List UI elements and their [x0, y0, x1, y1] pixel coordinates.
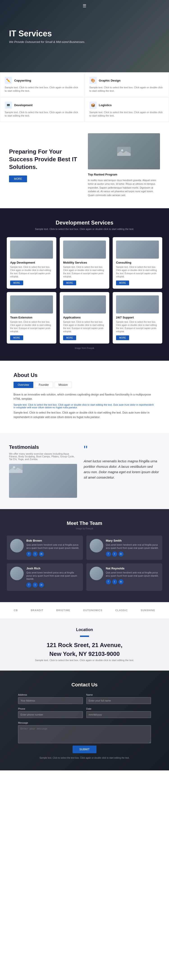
dev-card-4[interactable]: Applications Sample text. Click to selec… [60, 292, 109, 344]
dev-card-more-3[interactable]: MORE [10, 336, 23, 340]
team-info-1: Mary Smith Quis amet lorem hendrerit ant… [106, 539, 159, 557]
success-image [88, 133, 160, 169]
linkedin-icon-1[interactable]: in [118, 552, 123, 557]
team-member-desc-3: Quis amet lorem hendrerit ante erat at f… [106, 571, 159, 578]
address-input[interactable] [18, 697, 83, 704]
dev-services-section: Development Services Sample text. Click … [0, 208, 169, 361]
phone-input[interactable] [18, 711, 83, 718]
service-title: Copywriting [14, 79, 31, 82]
linkedin-icon-3[interactable]: in [118, 579, 123, 584]
service-card-copywriting[interactable]: ✏️ Copywriting Sample text. Click to sel… [0, 73, 85, 97]
dev-card-1[interactable]: Mobility Services Sample text. Click to … [60, 237, 109, 289]
name-label: Name [86, 694, 151, 696]
menu-icon[interactable]: ☰ [83, 3, 86, 8]
twitter-icon-0[interactable]: t [33, 552, 38, 557]
testimonials-subtitle: We offer many weekly exercise classes in… [9, 452, 77, 461]
dev-card-title-3: Team Extension [10, 316, 53, 319]
tab-founder[interactable]: Founder [35, 382, 53, 388]
dev-card-5[interactable]: 24/7 Support Sample text. Click to selec… [113, 292, 162, 344]
dev-card-more-0[interactable]: MORE [10, 280, 23, 285]
linkedin-icon-2[interactable]: in [39, 582, 44, 587]
service-header: 💻 Development [5, 102, 80, 109]
hero-subtitle: We Provide Outsourced for Small & Mid-si… [9, 40, 160, 44]
team-avatar-1 [90, 539, 103, 552]
date-group: Date [86, 707, 151, 718]
facebook-icon-0[interactable]: f [26, 552, 31, 557]
facebook-icon-3[interactable]: f [106, 579, 111, 584]
svg-point-1 [121, 149, 123, 151]
name-group: Name [86, 694, 151, 704]
contact-form: Address Name Phone Date Message SUBMIT [18, 694, 151, 753]
about-section: About Us Overview Founder Mission Brave … [0, 361, 169, 433]
brand-logo-0: CB [14, 609, 18, 612]
testimonials-title: Testimonials [9, 444, 77, 450]
dev-card-more-2[interactable]: MORE [116, 280, 129, 285]
service-card-design[interactable]: 🎨 Graphic Design Sample text. Click to s… [85, 73, 169, 97]
message-input[interactable] [18, 725, 151, 743]
twitter-icon-2[interactable]: t [33, 582, 38, 587]
contact-title: Contact Us [18, 682, 151, 688]
service-header: ✏️ Copywriting [5, 77, 80, 84]
team-member-name-1: Mary Smith [106, 539, 159, 542]
phone-label: Phone [18, 707, 83, 710]
dev-card-text-1: Sample text. Click to select the text bo… [63, 266, 106, 278]
twitter-icon-1[interactable]: t [112, 552, 117, 557]
team-card-2: Josh Rich Quis amet lorem hendrerit puru… [7, 563, 83, 591]
dev-card-text-2: Sample text. Click to select the text bo… [116, 266, 159, 278]
dev-icon: 💻 [5, 102, 12, 109]
hero-content: IT Services We Provide Outsourced for Sm… [9, 29, 160, 44]
dev-card-title-2: Consulting [116, 261, 159, 264]
dev-card-title-1: Mobility Services [63, 261, 106, 264]
location-section: Location 121 Rock Sreet, 21 Avenue, New … [0, 619, 169, 671]
twitter-icon-3[interactable]: t [112, 579, 117, 584]
service-text: Sample text. Click to select the text bo… [90, 86, 164, 93]
success-more-button[interactable]: MORE [9, 175, 27, 182]
location-title: Location [9, 627, 160, 632]
tab-mission[interactable]: Mission [54, 382, 72, 388]
dev-card-2[interactable]: Consulting Sample text. Click to select … [113, 237, 162, 289]
dev-card-img-0 [10, 240, 53, 259]
facebook-icon-1[interactable]: f [106, 552, 111, 557]
dev-card-3[interactable]: Team Extension Sample text. Click to sel… [7, 292, 56, 344]
services-section: ✏️ Copywriting Sample text. Click to sel… [0, 72, 169, 122]
facebook-icon-2[interactable]: f [26, 582, 31, 587]
location-address: 121 Rock Sreet, 21 Avenue, [9, 641, 160, 649]
linkedin-icon-0[interactable]: in [39, 552, 44, 557]
team-card-3: Nat Reynolds Quis amet lorem hendrerit a… [86, 563, 163, 591]
ranked-text: In mollis risus sed tempor risus hendrer… [88, 178, 160, 197]
about-tabs: Overview Founder Mission [14, 382, 155, 388]
testimonial-quote: Amet luctus venenatis lectus magna fring… [84, 458, 160, 480]
dev-cards-grid: App Development Sample text. Click to se… [7, 237, 162, 344]
brand-logo-4: CLASSIC [115, 609, 128, 612]
dev-card-text-3: Sample text. Click to select the text bo… [10, 320, 53, 333]
logistics-icon: 📦 [90, 102, 97, 109]
dev-card-more-4[interactable]: MORE [63, 336, 76, 340]
name-input[interactable] [86, 697, 151, 704]
submit-button[interactable]: SUBMIT [73, 746, 96, 753]
phone-group: Phone [18, 707, 83, 718]
team-info-2: Josh Rich Quis amet lorem hendrerit puru… [26, 567, 79, 587]
success-title: Preparing For Your Success Provide Best … [9, 148, 81, 171]
date-input[interactable] [86, 711, 151, 718]
image-placeholder-icon [117, 147, 131, 156]
dev-services-subtitle: Sample text. Click to select the text bo… [7, 228, 162, 231]
team-avatar-3 [90, 567, 103, 580]
service-card-dev[interactable]: 💻 Development Sample text. Click to sele… [0, 97, 85, 122]
service-text: Sample text. Click to select the text bo… [90, 111, 164, 118]
dev-card-0[interactable]: App Development Sample text. Click to se… [7, 237, 56, 289]
tab-overview[interactable]: Overview [14, 382, 33, 388]
brands-section: CB BRANDIT BRIGTIME OUTONOMICS CLASSIC S… [0, 602, 169, 619]
team-grid: Bob Brown Quis amet lorem hendrerit ante… [7, 536, 162, 591]
service-title: Graphic Design [99, 79, 120, 82]
service-title: Logistics [99, 103, 112, 107]
dev-card-more-1[interactable]: MORE [63, 280, 76, 285]
team-info-0: Bob Brown Quis amet lorem hendrerit ante… [26, 539, 79, 557]
service-card-logistics[interactable]: 📦 Logistics Sample text. Click to select… [85, 97, 169, 122]
dev-card-text-0: Sample text. Click to select the text bo… [10, 266, 53, 278]
location-divider [80, 636, 89, 637]
about-main-text: Sample text. Click to select the text bo… [14, 410, 155, 419]
team-member-desc-0: Quis amet lorem hendrerit ante erat at f… [26, 543, 79, 550]
dev-card-more-5[interactable]: MORE [116, 336, 129, 340]
date-label: Date [86, 707, 151, 710]
team-member-name-2: Josh Rich [26, 567, 79, 570]
